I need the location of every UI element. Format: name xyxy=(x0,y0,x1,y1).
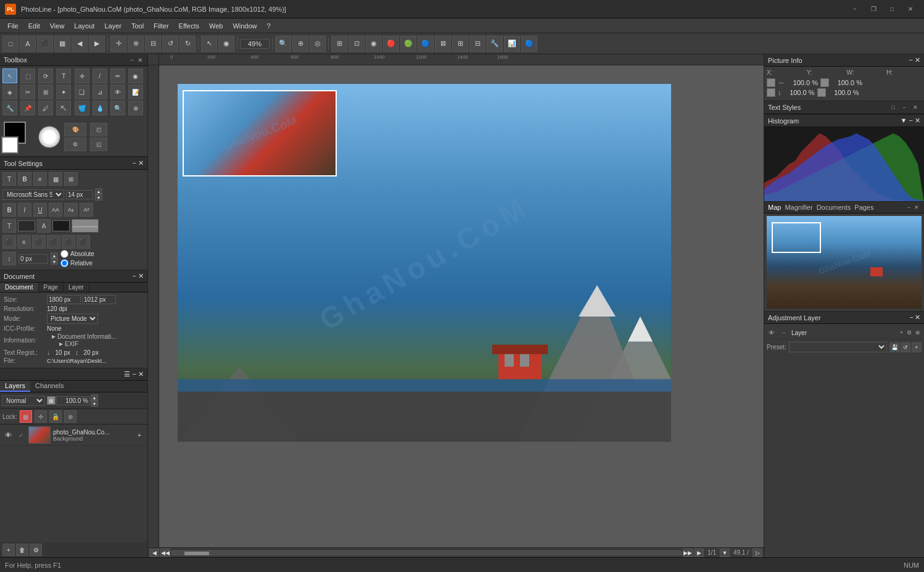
lock-extra-btn[interactable]: ⊕ xyxy=(64,410,76,423)
menu-window[interactable]: Window xyxy=(228,21,262,31)
menu-tool[interactable]: Tool xyxy=(126,21,149,31)
scroll-next-page[interactable]: ▶▶ xyxy=(683,549,693,557)
ts-align-justify[interactable]: ⬛ xyxy=(47,235,60,249)
ts-radio-absolute-input[interactable] xyxy=(60,250,68,258)
adj-close[interactable]: ✕ xyxy=(915,313,920,321)
doc-tab-layer[interactable]: Layer xyxy=(64,283,89,292)
lock-all-btn[interactable]: 🔒 xyxy=(49,410,62,423)
doc-tab-document[interactable]: Document xyxy=(0,283,39,292)
tool-zoom[interactable]: 🔍 xyxy=(110,101,125,115)
tool-dropper[interactable]: 💧 xyxy=(93,101,107,115)
menu-help[interactable]: ? xyxy=(262,21,276,31)
lock-alpha-btn[interactable]: ▦ xyxy=(20,410,32,423)
adj-add-btn[interactable]: + xyxy=(899,330,904,336)
doc-minimize[interactable]: − xyxy=(133,272,136,280)
ts-bold-btn[interactable]: B xyxy=(18,172,31,186)
tb-move[interactable]: ✛ xyxy=(110,36,126,52)
color-extra1[interactable]: ◰ xyxy=(90,123,107,136)
tb-settings2[interactable]: ⊡ xyxy=(349,36,365,52)
menu-layer[interactable]: Layer xyxy=(99,21,126,31)
tb-extra3[interactable]: 🔧 xyxy=(487,36,503,52)
tb-prev[interactable]: ◀ xyxy=(72,36,88,52)
map-tab-magnifier[interactable]: Magnifier xyxy=(785,204,812,211)
tool-pen2[interactable]: 🖊 xyxy=(38,101,53,115)
tool-crosshair[interactable]: ✛ xyxy=(75,68,89,83)
layer-add-btn[interactable]: + xyxy=(134,429,145,441)
scroll-right-btn[interactable]: ▶ xyxy=(694,549,704,557)
adj-preset-select[interactable] xyxy=(789,342,887,352)
tb-extra[interactable]: ⊞ xyxy=(452,36,468,52)
scroll-track[interactable] xyxy=(171,550,682,555)
ts-offset-down[interactable]: ▼ xyxy=(51,259,58,265)
font-size-down[interactable]: ▼ xyxy=(95,194,102,201)
tb-extra4[interactable]: 📊 xyxy=(504,36,520,52)
layer-visibility-icon[interactable]: 👁 xyxy=(2,429,14,441)
adj-eye-icon[interactable]: 👁 xyxy=(767,328,777,338)
tb-zoom-out[interactable]: 🔍 xyxy=(275,36,291,52)
minimize-button[interactable]: − xyxy=(846,3,864,15)
tool-eye[interactable]: 👁 xyxy=(110,85,125,99)
zoom-level[interactable]: 49% xyxy=(240,39,270,49)
tool-text[interactable]: T xyxy=(56,68,71,83)
adj-preset-add[interactable]: + xyxy=(912,342,922,352)
ts-aa[interactable]: AA xyxy=(49,203,62,217)
tb-extra5[interactable]: 🔵 xyxy=(521,36,537,52)
ts-expand-btn[interactable]: ⊞ xyxy=(64,172,78,186)
text-styles-close[interactable]: ✕ xyxy=(910,103,920,112)
menu-edit[interactable]: Edit xyxy=(23,21,45,31)
ts-italic[interactable]: I xyxy=(18,203,31,217)
scroll-thumb[interactable] xyxy=(184,552,209,555)
font-size-input[interactable] xyxy=(66,190,93,199)
ts-radio-relative-input[interactable] xyxy=(60,259,68,267)
ts-align-btn[interactable]: ≡ xyxy=(33,172,47,186)
tb-rotate[interactable]: ⊕ xyxy=(128,36,144,52)
ts-bold[interactable]: B xyxy=(2,203,16,217)
tool-zoom-in[interactable]: ⊕ xyxy=(128,101,143,115)
tool-bucket[interactable]: 🪣 xyxy=(75,101,89,115)
tb-color1[interactable]: 🔴 xyxy=(383,36,399,52)
color-wheel[interactable] xyxy=(38,126,60,148)
color-palette-btn[interactable]: 🎨 xyxy=(64,123,86,136)
scroll-zoom-expand[interactable]: ▷ xyxy=(753,549,762,557)
tb-next[interactable]: ▶ xyxy=(89,36,105,52)
menu-view[interactable]: View xyxy=(45,21,70,31)
doc-size-h[interactable] xyxy=(82,295,116,304)
map-tab-pages[interactable]: Pages xyxy=(854,204,873,211)
tool-select[interactable]: ↖ xyxy=(2,68,17,83)
tool-eraser[interactable]: ✂ xyxy=(20,85,35,99)
font-select[interactable]: Microsoft Sans Serif xyxy=(2,189,64,200)
ts-radio-absolute[interactable]: Absolute xyxy=(60,250,94,258)
ts-bg-color[interactable] xyxy=(52,220,70,231)
ts-align-top[interactable]: ⬛ xyxy=(62,235,75,249)
map-tab-documents[interactable]: Documents xyxy=(817,204,851,211)
ts-align-center[interactable]: ≡ xyxy=(17,235,31,249)
background-color[interactable] xyxy=(1,136,19,154)
adj-preset-save[interactable]: 💾 xyxy=(889,342,899,352)
toolbox-minimize[interactable]: − xyxy=(129,57,135,64)
close-button[interactable]: ✕ xyxy=(902,3,919,15)
tb-crop[interactable]: ◉ xyxy=(218,36,234,52)
tool-magic-wand[interactable]: ◈ xyxy=(2,85,17,99)
map-close[interactable]: ✕ xyxy=(913,204,920,210)
adj-preset-reload[interactable]: ↺ xyxy=(901,342,910,352)
opacity-down[interactable]: ▼ xyxy=(91,400,98,407)
tb-color2[interactable]: 🟢 xyxy=(400,36,416,52)
menu-effects[interactable]: Effects xyxy=(174,21,204,31)
tool-clone[interactable]: ⊞ xyxy=(38,85,53,99)
ts-offset-up[interactable]: ▲ xyxy=(51,252,58,259)
doc-info-tree-1[interactable]: ▶ Document Informati... xyxy=(47,333,117,340)
toolbox-close[interactable]: ✕ xyxy=(136,57,144,64)
ts-caps[interactable]: A₂ xyxy=(64,203,78,217)
layers-close[interactable]: ✕ xyxy=(138,370,144,378)
tb-fliph[interactable]: ⊟ xyxy=(145,36,161,52)
tb-fill[interactable]: ⬛ xyxy=(37,36,53,52)
tool-note[interactable]: 📝 xyxy=(128,85,143,99)
menu-filter[interactable]: Filter xyxy=(149,21,173,31)
tb-grid[interactable]: ▦ xyxy=(54,36,70,52)
opacity-up[interactable]: ▲ xyxy=(91,394,98,400)
tb-info[interactable]: ◎ xyxy=(310,36,326,52)
tb-text[interactable]: A xyxy=(20,36,36,52)
tool-polygon[interactable]: ⊿ xyxy=(93,85,107,99)
layers-tab-layers[interactable]: Layers xyxy=(0,381,30,392)
layers-minimize[interactable]: − xyxy=(133,370,136,378)
